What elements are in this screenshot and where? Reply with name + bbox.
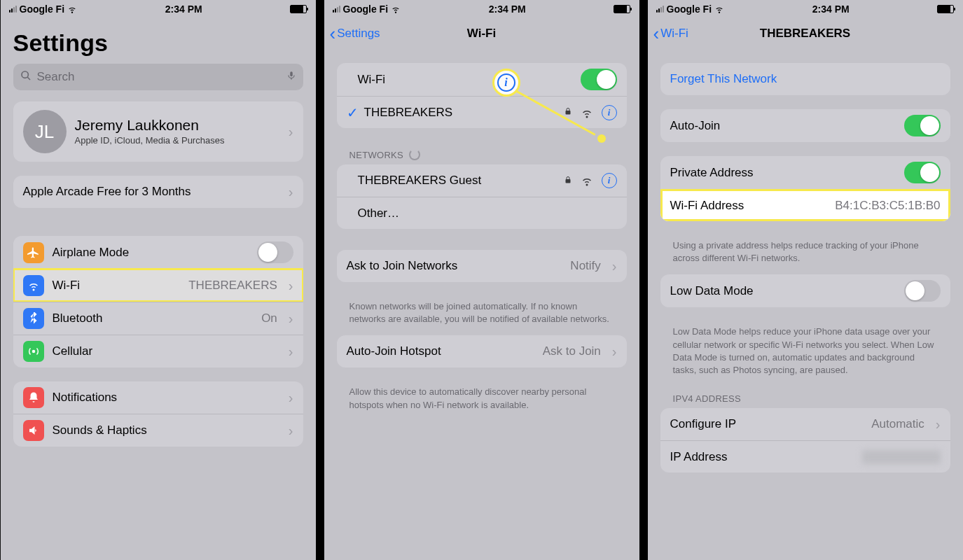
- wifi-icon: [391, 4, 401, 14]
- configure-ip-label: Configure IP: [670, 417, 864, 431]
- network-row-guest[interactable]: THEBREAKERS Guest i: [337, 164, 627, 197]
- battery-icon: [614, 5, 630, 13]
- back-button[interactable]: ‹Wi-Fi: [653, 24, 688, 43]
- svg-point-0: [22, 71, 28, 78]
- battery-icon: [290, 5, 307, 13]
- screen-network-detail: Google Fi 2:34 PM ‹Wi-Fi THEBREAKERS For…: [648, 0, 963, 560]
- search-placeholder: Search: [37, 70, 281, 84]
- cellular-row[interactable]: Cellular ›: [13, 335, 303, 368]
- cellular-label: Cellular: [53, 344, 277, 358]
- ip-address-value: 000 000 0 00: [862, 450, 940, 464]
- nav-title: Wi-Fi: [467, 27, 496, 41]
- info-button[interactable]: i: [602, 105, 617, 120]
- ask-to-join-footer: Known networks will be joined automatica…: [324, 296, 639, 335]
- network-guest-label: THEBREAKERS Guest: [358, 174, 555, 188]
- chevron-right-icon: ›: [289, 344, 293, 360]
- connected-network-label: THEBREAKERS: [364, 106, 555, 120]
- battery-icon: [937, 5, 954, 13]
- chevron-right-icon: ›: [936, 416, 941, 433]
- chevron-right-icon: ›: [289, 278, 293, 294]
- cellular-icon: [23, 341, 44, 362]
- wifi-label: Wi-Fi: [53, 279, 181, 293]
- arcade-row[interactable]: Apple Arcade Free for 3 Months ›: [13, 176, 303, 208]
- airplane-toggle[interactable]: [257, 241, 293, 263]
- wifi-address-value: B4:1C:B3:C5:1B:B0: [835, 199, 940, 213]
- wifi-icon: [714, 4, 724, 14]
- chevron-right-icon: ›: [289, 423, 293, 439]
- navbar: ‹Settings Wi-Fi: [324, 18, 639, 49]
- status-bar: Google Fi 2:34 PM: [648, 0, 963, 18]
- carrier-label: Google Fi: [667, 4, 712, 15]
- auto-join-toggle[interactable]: [904, 115, 941, 136]
- avatar: JL: [23, 110, 67, 153]
- navbar: ‹Wi-Fi THEBREAKERS: [648, 18, 963, 49]
- low-data-row: Low Data Mode: [660, 274, 950, 307]
- bluetooth-label: Bluetooth: [53, 312, 254, 326]
- ask-to-join-row[interactable]: Ask to Join Networks Notify ›: [337, 250, 627, 282]
- chevron-right-icon: ›: [289, 390, 293, 406]
- chevron-left-icon: ‹: [653, 24, 660, 43]
- ask-to-join-label: Ask to Join Networks: [347, 259, 562, 273]
- wifi-address-row: Wi-Fi Address B4:1C:B3:C5:1B:B0: [660, 189, 950, 221]
- auto-hotspot-footer: Allow this device to automatically disco…: [324, 382, 639, 421]
- forget-network-label: Forget This Network: [670, 72, 941, 86]
- private-address-label: Private Address: [670, 166, 896, 180]
- network-row-other[interactable]: Other…: [337, 197, 627, 229]
- low-data-label: Low Data Mode: [670, 284, 896, 298]
- speaker-icon: [23, 420, 44, 441]
- sounds-label: Sounds & Haptics: [53, 424, 277, 438]
- signal-icon: [333, 6, 340, 13]
- connected-network-row[interactable]: ✓ THEBREAKERS i: [337, 96, 627, 128]
- auto-join-label: Auto-Join: [670, 119, 896, 133]
- private-address-row: Private Address: [660, 156, 950, 189]
- wifi-value: THEBREAKERS: [188, 279, 277, 293]
- ipv4-header: IPV4 ADDRESS: [648, 386, 963, 408]
- ip-address-row: IP Address 000 000 0 00: [660, 440, 950, 472]
- profile-sub: Apple ID, iCloud, Media & Purchases: [75, 135, 277, 146]
- status-bar: Google Fi 2:34 PM: [1, 0, 316, 18]
- profile-row[interactable]: JL Jeremy Laukkonen Apple ID, iCloud, Me…: [13, 102, 303, 162]
- back-button[interactable]: ‹Settings: [330, 24, 380, 43]
- auto-hotspot-row[interactable]: Auto-Join Hotspot Ask to Join ›: [337, 335, 627, 368]
- notifications-row[interactable]: Notifications ›: [13, 382, 303, 414]
- spinner-icon: [409, 149, 420, 160]
- auto-hotspot-label: Auto-Join Hotspot: [347, 344, 534, 358]
- low-data-footer: Low Data Mode helps reduce your iPhone d…: [648, 321, 963, 386]
- lock-icon: [564, 106, 572, 118]
- private-address-footer: Using a private address helps reduce tra…: [648, 235, 963, 274]
- bluetooth-row[interactable]: Bluetooth On ›: [13, 302, 303, 335]
- search-input[interactable]: Search: [13, 64, 303, 90]
- low-data-toggle[interactable]: [904, 280, 941, 302]
- signal-icon: [656, 6, 664, 13]
- nav-title: THEBREAKERS: [760, 27, 850, 41]
- airplane-row[interactable]: Airplane Mode: [13, 236, 303, 269]
- bell-icon: [23, 387, 44, 408]
- svg-rect-2: [290, 71, 293, 76]
- chevron-right-icon: ›: [289, 311, 293, 327]
- ask-to-join-value: Notify: [570, 259, 600, 273]
- wifi-strength-icon: [581, 174, 593, 187]
- networks-header: NETWORKS: [324, 142, 639, 164]
- status-bar: Google Fi 2:34 PM: [324, 0, 639, 18]
- wifi-icon: [67, 4, 77, 14]
- wifi-row[interactable]: Wi-Fi THEBREAKERS ›: [13, 269, 303, 302]
- svg-rect-6: [565, 179, 570, 183]
- wifi-toggle[interactable]: [581, 69, 617, 90]
- forget-network-row[interactable]: Forget This Network: [660, 63, 950, 95]
- chevron-right-icon: ›: [289, 124, 293, 140]
- configure-ip-row[interactable]: Configure IP Automatic ›: [660, 408, 950, 440]
- back-label: Wi-Fi: [660, 27, 688, 41]
- chevron-right-icon: ›: [289, 184, 293, 200]
- private-address-toggle[interactable]: [904, 162, 941, 183]
- chevron-left-icon: ‹: [330, 24, 336, 43]
- back-label: Settings: [337, 27, 380, 41]
- bluetooth-value: On: [261, 312, 277, 326]
- time-label: 2:34 PM: [489, 4, 526, 15]
- sounds-row[interactable]: Sounds & Haptics ›: [13, 414, 303, 447]
- wifi-icon: [23, 275, 44, 296]
- airplane-icon: [23, 242, 44, 263]
- wifi-toggle-label: Wi-Fi: [358, 73, 572, 87]
- time-label: 2:34 PM: [165, 4, 202, 15]
- wifi-address-label: Wi-Fi Address: [670, 199, 827, 213]
- info-button[interactable]: i: [602, 173, 617, 188]
